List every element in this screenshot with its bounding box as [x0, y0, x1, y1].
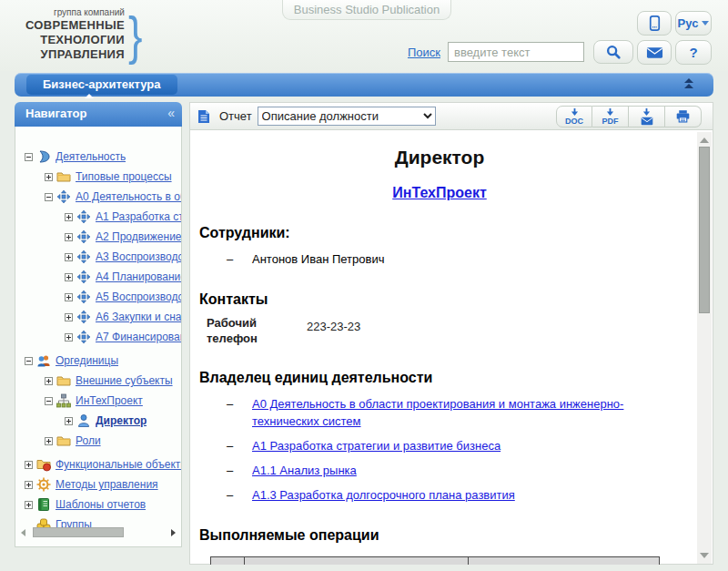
sidebar-item-funkcionalnye-obekty[interactable]: Функциональные объекты: [15, 454, 181, 474]
sidebar-item-a0[interactable]: А0 Деятельность в обл: [15, 187, 181, 207]
gear-icon: [36, 477, 51, 492]
process-arrows-icon: [76, 250, 91, 264]
export-doc-button[interactable]: DOC: [556, 106, 592, 127]
expand-minus-icon[interactable]: [25, 357, 33, 365]
sidebar-item-a4[interactable]: А4 Планирование и: [15, 267, 181, 287]
report-toolbar: Отчет Описание должности DOC PDF: [190, 103, 713, 130]
sidebar-item-a3[interactable]: А3 Воспроизводсте: [15, 247, 181, 267]
expand-minus-icon[interactable]: [45, 193, 53, 201]
sidebar-item-direktor[interactable]: Директор: [15, 411, 181, 431]
process-arrows-icon: [76, 310, 91, 324]
mail-export-icon: [641, 117, 653, 126]
app-title-tab: Business Studio Publication: [282, 0, 451, 20]
expand-plus-icon[interactable]: [65, 233, 73, 241]
list-item: – А0 Деятельность в области проектирован…: [227, 395, 680, 430]
contact-row: Рабочий телефон 223-23-23: [199, 315, 680, 346]
content-vertical-scrollbar[interactable]: [697, 132, 712, 564]
navigator-panel: Навигатор « Деятельность Типовые процесс…: [15, 102, 182, 562]
download-arrow-icon: [571, 108, 579, 117]
scrollbar-thumb[interactable]: [33, 527, 124, 537]
search-input[interactable]: [448, 42, 584, 62]
download-arrow-icon: [606, 108, 614, 117]
expand-plus-icon[interactable]: [65, 253, 73, 261]
process-arrows-icon: [56, 189, 71, 204]
sidebar-item-metody-upravleniya[interactable]: Методы управления: [15, 474, 181, 495]
expand-plus-icon[interactable]: [65, 273, 73, 281]
owner-link-a1[interactable]: А1 Разработка стратегии и развитие бизне…: [252, 437, 500, 454]
sidebar-item-roli[interactable]: Роли: [15, 431, 181, 451]
company-logo: группа компаний СОВРЕМЕННЫЕ ТЕХНОЛОГИИ У…: [25, 7, 144, 64]
sidebar-item-vneshnie-subekty[interactable]: Внешние субъекты: [15, 371, 181, 391]
employee-name: Антонов Иван Петрович: [252, 250, 384, 268]
expand-plus-icon[interactable]: [45, 377, 53, 385]
expand-plus-icon[interactable]: [65, 213, 73, 221]
scroll-up-icon[interactable]: [700, 138, 709, 143]
send-mail-button[interactable]: [629, 106, 665, 127]
sidebar-item-a6[interactable]: А6 Закупки и снабж: [15, 307, 181, 327]
expand-minus-icon[interactable]: [25, 153, 33, 161]
expand-plus-icon[interactable]: [65, 333, 73, 342]
operations-table: № Процесс Операция 1. А4.3.3 Закрытие пр…: [210, 556, 660, 565]
expand-plus-icon[interactable]: [25, 461, 33, 469]
scroll-right-icon[interactable]: [171, 529, 176, 536]
navigator-tree: Деятельность Типовые процессы А0 Деятель…: [15, 127, 182, 547]
expand-plus-icon[interactable]: [65, 313, 73, 321]
sidebar-item-a7[interactable]: А7 Финансировани: [15, 327, 181, 347]
navigator-title: Навигатор: [15, 102, 182, 126]
contact-value: 223-23-23: [307, 315, 360, 346]
expand-plus-icon[interactable]: [65, 417, 73, 425]
search-button[interactable]: [593, 40, 633, 64]
help-button[interactable]: ?: [675, 40, 712, 65]
help-label: ?: [689, 45, 697, 60]
process-arrows-icon: [76, 209, 91, 224]
sidebar-horizontal-scrollbar[interactable]: [15, 525, 181, 539]
language-button[interactable]: Рус: [675, 11, 712, 36]
mail-button[interactable]: [637, 40, 672, 65]
expand-plus-icon[interactable]: [45, 437, 53, 445]
expand-plus-icon[interactable]: [45, 173, 53, 181]
process-arrows-icon: [76, 270, 91, 284]
sidebar-item-a2[interactable]: А2 Продвижение и: [15, 227, 181, 247]
report-select[interactable]: Описание должности: [258, 107, 436, 126]
person-icon: [76, 413, 91, 428]
mobile-version-button[interactable]: [637, 11, 672, 36]
phone-icon: [646, 15, 663, 32]
sidebar-item-a1[interactable]: А1 Разработка стра: [15, 207, 181, 227]
print-icon: [675, 109, 691, 124]
expand-plus-icon[interactable]: [25, 501, 33, 509]
owner-link-a0[interactable]: А0 Деятельность в области проектирования…: [252, 395, 652, 430]
org-link[interactable]: ИнТехПроект: [392, 185, 487, 200]
list-item: – Антонов Иван Петрович: [227, 250, 680, 268]
tab-business-architecture[interactable]: Бизнес-архитектура: [26, 75, 177, 95]
search-link[interactable]: Поиск: [408, 46, 440, 59]
activity-icon: [36, 149, 51, 164]
sidebar-item-orgedinicy[interactable]: Оргединицы: [15, 351, 181, 371]
scrollbar-thumb[interactable]: [699, 147, 710, 313]
folder-icon: [56, 433, 71, 448]
export-pdf-button[interactable]: PDF: [592, 106, 629, 127]
expand-minus-icon[interactable]: [45, 397, 53, 405]
people-icon: [36, 353, 51, 368]
expand-plus-icon[interactable]: [25, 481, 33, 489]
operations-heading: Выполняемые операции: [199, 527, 680, 544]
search-area: Поиск: [408, 40, 633, 64]
contacts-heading: Контакты: [199, 291, 680, 308]
expand-plus-icon[interactable]: [65, 293, 73, 301]
sidebar-item-intehproekt[interactable]: ИнТехПроект: [15, 391, 181, 411]
scroll-down-icon[interactable]: [700, 553, 709, 558]
list-item: – А1.3 Разработка долгосрочного плана ра…: [227, 486, 680, 504]
sidebar-item-a5[interactable]: А5 Воспроизводсте: [15, 287, 181, 307]
owner-link-a1-1[interactable]: А1.1 Анализ рынка: [252, 462, 357, 479]
employees-heading: Сотрудники:: [199, 225, 680, 241]
navbar-collapse-button[interactable]: [682, 77, 695, 92]
owner-link-a1-3[interactable]: А1.3 Разработка долгосрочного плана разв…: [252, 486, 515, 504]
sidebar-item-tipovye-processy[interactable]: Типовые процессы: [15, 167, 181, 187]
page-title: Директор: [199, 147, 680, 168]
sidebar-collapse-button[interactable]: «: [167, 102, 173, 125]
scroll-left-icon[interactable]: [21, 529, 25, 536]
sidebar-item-deyatelnost[interactable]: Деятельность: [15, 147, 181, 167]
process-arrows-icon: [76, 229, 91, 244]
sidebar-item-shablony-otchetov[interactable]: Шаблоны отчетов: [15, 495, 181, 515]
book-icon: [36, 497, 51, 512]
print-button[interactable]: [665, 106, 702, 127]
